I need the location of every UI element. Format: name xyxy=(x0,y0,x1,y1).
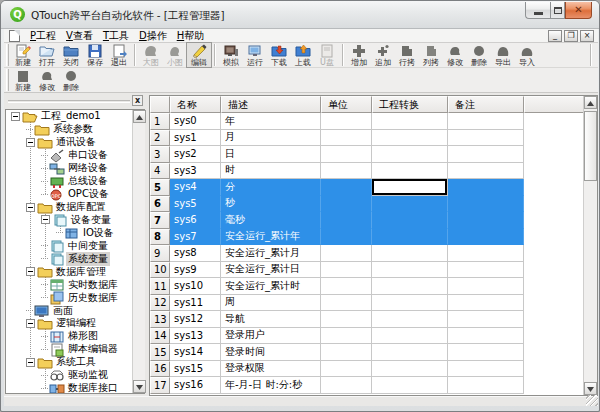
cell-11-名称[interactable]: sys10 xyxy=(170,278,221,295)
table-scrollbar[interactable] xyxy=(583,96,597,395)
row-header-14[interactable]: 14 xyxy=(150,328,170,345)
tree-item-串口设备[interactable]: 串口设备 xyxy=(6,149,144,162)
cell-3-工程转换[interactable] xyxy=(372,146,448,163)
cell-9-工程转换[interactable] xyxy=(372,245,448,262)
cell-17-工程转换[interactable] xyxy=(372,377,448,394)
cell-13-单位[interactable] xyxy=(321,311,372,328)
cell-12-备注[interactable] xyxy=(448,295,524,312)
cell-6-工程转换[interactable] xyxy=(372,196,448,213)
minimize-button[interactable] xyxy=(525,2,550,19)
row-header-3[interactable]: 3 xyxy=(150,146,170,163)
cell-3-单位[interactable] xyxy=(321,146,372,163)
cell-8-名称[interactable]: sys7 xyxy=(170,229,221,246)
row-header-10[interactable]: 10 xyxy=(150,262,170,279)
tree-item-梯形图[interactable]: 梯形图 xyxy=(6,330,144,343)
cell-15-名称[interactable]: sys14 xyxy=(170,344,221,361)
tree-item-历史数据库[interactable]: 历史数据库 xyxy=(6,291,144,304)
cell-12-单位[interactable] xyxy=(321,295,372,312)
tree-panel-grip[interactable] xyxy=(8,100,130,103)
cell-2-描述[interactable]: 月 xyxy=(221,130,321,147)
table-scroll-up-icon[interactable] xyxy=(584,96,597,109)
cell-17-描述[interactable]: 年-月-日 时:分:秒 xyxy=(221,377,321,394)
cell-16-名称[interactable]: sys15 xyxy=(170,361,221,378)
tree-expand-icon[interactable] xyxy=(26,267,35,276)
cell-9-描述[interactable]: 安全运行_累计月 xyxy=(221,245,321,262)
tree-scroll-down-icon[interactable] xyxy=(133,380,146,393)
cell-16-单位[interactable] xyxy=(321,361,372,378)
tree-panel-close-icon[interactable]: x xyxy=(132,95,143,106)
row-header-16[interactable]: 16 xyxy=(150,361,170,378)
tree-item-系统工具[interactable]: 系统工具 xyxy=(6,356,144,369)
cell-10-单位[interactable] xyxy=(321,262,372,279)
close-button[interactable]: ✕ xyxy=(565,2,592,19)
toolbar-button-add[interactable]: 增加 xyxy=(347,43,371,67)
cell-12-描述[interactable]: 周 xyxy=(221,295,321,312)
tree-expand-icon[interactable] xyxy=(26,203,35,212)
toolbar-button-run[interactable]: 运行 xyxy=(243,43,267,67)
cell-14-工程转换[interactable] xyxy=(372,328,448,345)
cell-1-描述[interactable]: 年 xyxy=(221,113,321,130)
menu-item-2[interactable]: T工具 xyxy=(98,29,134,43)
cell-2-备注[interactable] xyxy=(448,130,524,147)
row-header-15[interactable]: 15 xyxy=(150,344,170,361)
cell-12-名称[interactable]: sys11 xyxy=(170,295,221,312)
mdi-document-icon[interactable] xyxy=(9,30,20,42)
cell-14-描述[interactable]: 登录用户 xyxy=(221,328,321,345)
cell-7-描述[interactable]: 毫秒 xyxy=(221,212,321,229)
cell-15-描述[interactable]: 登录时间 xyxy=(221,344,321,361)
cell-14-备注[interactable] xyxy=(448,328,524,345)
cell-9-名称[interactable]: sys8 xyxy=(170,245,221,262)
row-header-9[interactable]: 9 xyxy=(150,245,170,262)
column-header-名称[interactable]: 名称 xyxy=(170,96,221,113)
toolbar-button-simulate[interactable]: 模拟 xyxy=(219,43,243,67)
mdi-minimize-button[interactable]: _ xyxy=(548,30,562,42)
toolbar-grip[interactable] xyxy=(6,69,9,91)
row-header-7[interactable]: 7 xyxy=(150,212,170,229)
cell-10-名称[interactable]: sys9 xyxy=(170,262,221,279)
menu-item-4[interactable]: H帮助 xyxy=(172,29,210,43)
row-header-5[interactable]: 5 xyxy=(150,179,170,196)
cell-3-备注[interactable] xyxy=(448,146,524,163)
cell-14-单位[interactable] xyxy=(321,328,372,345)
row-header-2[interactable]: 2 xyxy=(150,130,170,147)
cell-16-工程转换[interactable] xyxy=(372,361,448,378)
cell-6-单位[interactable] xyxy=(321,196,372,213)
cell-13-名称[interactable]: sys12 xyxy=(170,311,221,328)
tree-scrollbar[interactable] xyxy=(132,110,145,393)
cell-1-单位[interactable] xyxy=(321,113,372,130)
tree-item-中间变量[interactable]: 中间变量 xyxy=(6,239,144,252)
mdi-close-button[interactable]: × xyxy=(580,30,594,42)
cell-5-工程转换[interactable] xyxy=(372,179,448,196)
row-header-6[interactable]: 6 xyxy=(150,196,170,213)
tree-item-设备变量[interactable]: 设备变量 xyxy=(6,214,144,227)
toolbar-button-new-dark[interactable]: 新建 xyxy=(11,68,35,92)
tree-item-数据库管理[interactable]: 数据库管理 xyxy=(6,265,144,278)
toolbar-button-export[interactable]: 导出 xyxy=(491,43,515,67)
row-header-11[interactable]: 11 xyxy=(150,278,170,295)
tree-item-数据库配置[interactable]: 数据库配置 xyxy=(6,201,144,214)
cell-2-工程转换[interactable] xyxy=(372,130,448,147)
cell-10-工程转换[interactable] xyxy=(372,262,448,279)
cell-17-名称[interactable]: sys16 xyxy=(170,377,221,394)
tree-scroll-up-icon[interactable] xyxy=(133,110,146,123)
cell-8-单位[interactable] xyxy=(321,229,372,246)
toolbar-button-modify[interactable]: 修改 xyxy=(35,68,59,92)
resize-grip[interactable] xyxy=(586,395,598,406)
tree-expand-icon[interactable] xyxy=(26,138,35,147)
tree-item-逻辑编程[interactable]: 逻辑编程 xyxy=(6,317,144,330)
column-header-单位[interactable]: 单位 xyxy=(321,96,372,113)
cell-5-单位[interactable] xyxy=(321,179,372,196)
cell-15-单位[interactable] xyxy=(321,344,372,361)
toolbar-button-folder-open[interactable]: 打开 xyxy=(35,43,59,67)
tree-item-工程_demo1[interactable]: 工程_demo1 xyxy=(6,110,144,123)
row-header-12[interactable]: 12 xyxy=(150,295,170,312)
cell-11-描述[interactable]: 安全运行_累计时 xyxy=(221,278,321,295)
tree-item-OPC设备[interactable]: OPCOPC设备 xyxy=(6,188,144,201)
cell-15-备注[interactable] xyxy=(448,344,524,361)
cell-7-备注[interactable] xyxy=(448,212,524,229)
toolbar-button-copy-col[interactable]: 列拷 xyxy=(419,43,443,67)
tree-item-画面[interactable]: 画面 xyxy=(6,304,144,317)
tree-item-驱动监视[interactable]: 驱动监视 xyxy=(6,369,144,382)
tree-item-脚本编辑器[interactable]: 脚本编辑器 xyxy=(6,343,144,356)
toolbar-button-new-doc[interactable]: 新建 xyxy=(11,43,35,67)
